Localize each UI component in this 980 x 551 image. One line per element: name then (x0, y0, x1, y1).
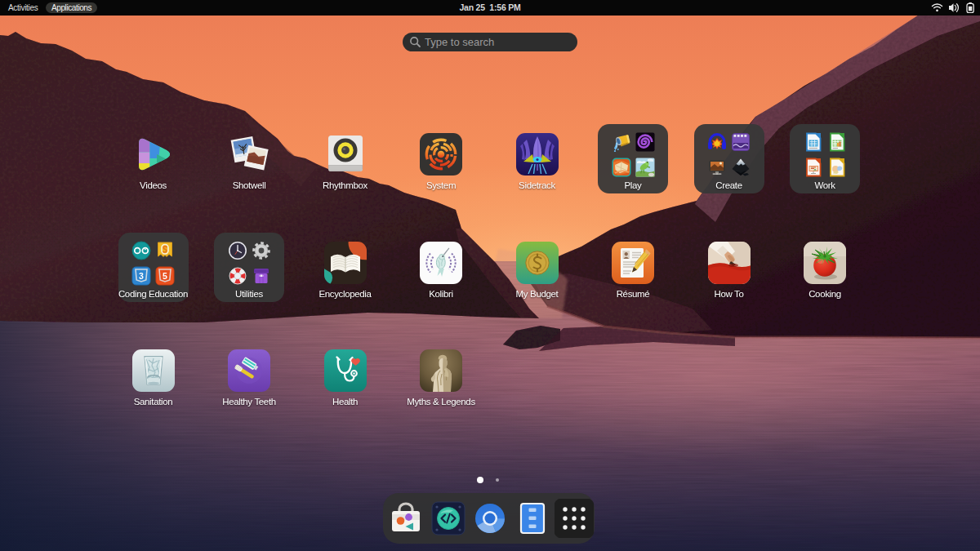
svg-text:3: 3 (139, 270, 144, 280)
svg-text:5: 5 (163, 270, 167, 280)
